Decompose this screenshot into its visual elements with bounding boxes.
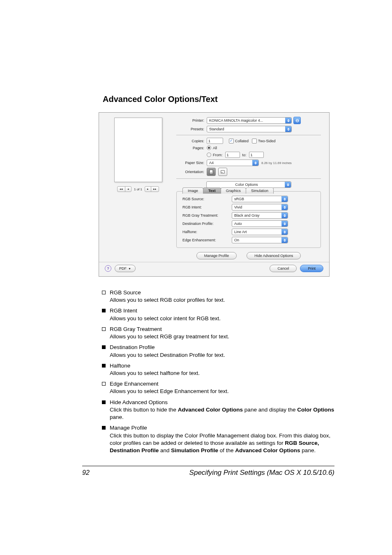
- square-bullet-icon: [102, 400, 106, 404]
- printer-select[interactable]: KONICA MINOLTA magicolor 4...: [207, 117, 292, 124]
- copies-label: Copies:: [176, 139, 207, 143]
- pages-all-radio[interactable]: [207, 146, 211, 150]
- pdf-button[interactable]: PDF ▼: [115, 265, 136, 272]
- list-item: RGB SourceAllows you to select RGB color…: [102, 289, 334, 304]
- dialog-body: ◂◂ ◂ 1 of 1 ▸ ▸▸ Printer: KONICA MINOLTA…: [99, 113, 329, 262]
- copies-input[interactable]: 1: [207, 138, 223, 144]
- tabs: Image Text Graphics Simulation: [182, 187, 273, 194]
- item-title: RGB Intent: [110, 307, 334, 314]
- dialog-right-pane: Printer: KONICA MINOLTA magicolor 4... P…: [176, 117, 321, 259]
- pager-prev-group[interactable]: ◂◂ ◂: [117, 186, 131, 192]
- rgb-gray-select[interactable]: Black and Gray: [232, 212, 288, 219]
- help-icon[interactable]: ?: [105, 265, 111, 272]
- description-list: RGB SourceAllows you to select RGB color…: [102, 289, 334, 454]
- print-button[interactable]: Print: [300, 265, 323, 272]
- halftone-label: Halftone:: [182, 230, 232, 234]
- page-footer: 92 Specifying Print Settings (Mac OS X 1…: [82, 469, 334, 477]
- printer-status-button[interactable]: [293, 117, 301, 124]
- prev-page-icon: ◂: [125, 187, 131, 192]
- pages-from-input[interactable]: 1: [225, 152, 240, 158]
- chevron-down-icon: ▼: [128, 267, 131, 270]
- printer-label: Printer:: [176, 118, 207, 123]
- tab-graphics[interactable]: Graphics: [221, 187, 246, 194]
- item-title: RGB Source: [110, 289, 334, 296]
- page-number: 92: [82, 469, 90, 476]
- edge-enh-label: Edge Enhancement:: [182, 238, 232, 242]
- orientation-portrait-button[interactable]: [207, 168, 216, 176]
- square-bullet-icon: [102, 426, 106, 430]
- tab-image[interactable]: Image: [182, 187, 203, 194]
- list-item: Hide Advanced OptionsClick this button t…: [102, 399, 334, 421]
- papersize-label: Paper Size:: [176, 161, 207, 165]
- cancel-button[interactable]: Cancel: [270, 265, 297, 272]
- item-title: Destination Profile: [110, 344, 334, 351]
- dialog-footer: ? PDF ▼ Cancel Print: [99, 262, 329, 276]
- pages-to-input[interactable]: 1: [249, 152, 264, 158]
- list-item: RGB Gray TreatmentAllows you to select R…: [102, 326, 334, 340]
- list-item: Manage ProfileClick this button to displ…: [102, 424, 334, 454]
- collated-label: Collated: [235, 139, 249, 143]
- last-page-icon: ▸▸: [151, 187, 159, 192]
- square-bullet-icon: [102, 327, 106, 331]
- item-text: Click this button to display the Color P…: [110, 432, 334, 455]
- list-item: Destination ProfileAllows you to select …: [102, 344, 334, 358]
- manage-profile-button[interactable]: Manage Profile: [196, 252, 237, 259]
- dialog-left-pane: ◂◂ ◂ 1 of 1 ▸ ▸▸: [107, 117, 169, 259]
- papersize-select[interactable]: A4: [207, 160, 259, 166]
- dest-profile-select[interactable]: Auto: [232, 220, 288, 227]
- rgb-intent-select[interactable]: Vivid: [232, 204, 288, 210]
- pages-from-label: From:: [213, 153, 223, 157]
- item-title: Hide Advanced Options: [110, 399, 334, 406]
- square-bullet-icon: [102, 364, 106, 368]
- papersize-value: A4: [209, 161, 252, 165]
- pages-label: Pages:: [176, 146, 207, 150]
- svg-rect-1: [295, 120, 298, 120]
- landscape-icon: [221, 169, 225, 174]
- tab-simulation[interactable]: Simulation: [246, 187, 274, 194]
- pages-range-radio[interactable]: [207, 153, 211, 157]
- item-text: Allows you to select RGB color profiles …: [110, 296, 334, 304]
- orientation-label: Orientation:: [176, 170, 207, 174]
- halftone-select[interactable]: Line Art: [232, 229, 288, 235]
- item-text: Allows you to select halftone for text.: [110, 370, 334, 377]
- rgb-source-label: RGB Source:: [182, 197, 232, 201]
- section-select[interactable]: Color Options: [206, 181, 291, 188]
- chevron-updown-icon: [281, 229, 288, 235]
- list-item: HalftoneAllows you to select halftone fo…: [102, 362, 334, 377]
- svg-rect-2: [210, 170, 213, 174]
- rgb-source-select[interactable]: sRGB: [232, 196, 288, 202]
- footer-text: Specifying Print Settings (Mac OS X 10.5…: [189, 469, 334, 477]
- list-item: RGB IntentAllows you to select color int…: [102, 307, 334, 322]
- tab-text[interactable]: Text: [203, 187, 221, 194]
- item-text: Allows you to select RGB gray treatment …: [110, 333, 334, 340]
- svg-rect-4: [221, 171, 224, 173]
- twosided-checkbox[interactable]: Two-Sided: [252, 139, 276, 143]
- footer-rule: [82, 466, 334, 466]
- item-title: RGB Gray Treatment: [110, 326, 334, 333]
- printer-value: KONICA MINOLTA magicolor 4...: [209, 118, 285, 123]
- chevron-updown-icon: [281, 213, 288, 218]
- orientation-landscape-button[interactable]: [218, 168, 227, 176]
- portrait-icon: [209, 169, 213, 174]
- edge-enh-select[interactable]: On: [232, 237, 288, 243]
- document-page: Advanced Color Options/Text ◂◂ ◂ 1 of 1 …: [0, 0, 392, 555]
- item-title: Edge Enhancement: [110, 380, 334, 388]
- print-dialog: ◂◂ ◂ 1 of 1 ▸ ▸▸ Printer: KONICA MINOLTA…: [99, 112, 330, 277]
- pages-to-label: to:: [242, 153, 247, 157]
- item-text: Allows you to select Edge Enhancement fo…: [110, 388, 334, 395]
- list-item: Edge EnhancementAllows you to select Edg…: [102, 380, 334, 395]
- chevron-updown-icon: [252, 160, 258, 166]
- svg-rect-5: [221, 172, 223, 173]
- chevron-updown-icon: [281, 196, 288, 202]
- item-title: Manage Profile: [110, 424, 334, 432]
- presets-label: Presets:: [176, 127, 207, 131]
- next-page-icon: ▸: [145, 187, 151, 192]
- presets-value: Standard: [209, 127, 285, 131]
- hide-advanced-button[interactable]: Hide Advanced Options: [247, 252, 301, 259]
- section-heading: Advanced Color Options/Text: [103, 95, 334, 104]
- chevron-updown-icon: [281, 204, 288, 210]
- item-title: Halftone: [110, 362, 334, 370]
- collated-checkbox[interactable]: ✓ Collated: [229, 139, 249, 143]
- pager-next-group[interactable]: ▸ ▸▸: [145, 186, 159, 192]
- presets-select[interactable]: Standard: [207, 126, 292, 132]
